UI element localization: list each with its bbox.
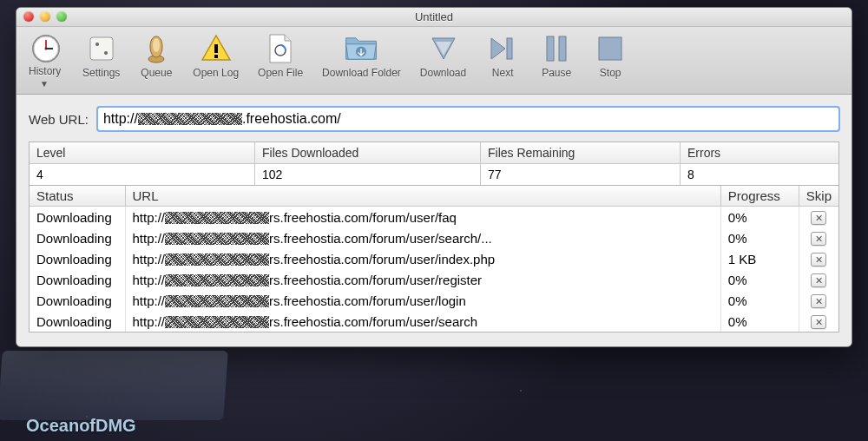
pause-label: Pause [542, 67, 571, 79]
download-button[interactable]: Download [420, 32, 466, 89]
table-row[interactable]: Downloadinghttp://rs.freehostia.com/foru… [30, 269, 838, 290]
obscured-text [165, 212, 269, 224]
cell-url: http://rs.freehostia.com/forum/user/inde… [125, 248, 720, 269]
obscured-text [165, 274, 269, 286]
titlebar[interactable]: Untitled [16, 8, 852, 27]
table-row[interactable]: Downloadinghttp://rs.freehostia.com/foru… [30, 311, 838, 332]
svg-rect-15 [547, 36, 554, 61]
svg-point-6 [95, 43, 99, 46]
queue-label: Queue [141, 67, 172, 79]
cell-status: Downloading [30, 227, 125, 248]
table-row[interactable]: Downloadinghttp://rs.freehostia.com/foru… [30, 227, 838, 248]
file-icon [263, 32, 298, 65]
download-icon [426, 32, 461, 65]
col-url[interactable]: URL [125, 186, 720, 207]
cell-url: http://rs.freehostia.com/forum/user/sear… [125, 311, 720, 332]
cell-status: Downloading [30, 311, 125, 332]
download-folder-button[interactable]: Download Folder [322, 32, 401, 89]
download-folder-label: Download Folder [322, 67, 401, 79]
cell-skip: ✕ [799, 248, 838, 269]
svg-point-9 [153, 38, 160, 52]
stats-header-filesdl[interactable]: Files Downloaded [255, 142, 481, 164]
skip-button[interactable]: ✕ [811, 253, 826, 267]
col-status[interactable]: Status [30, 186, 125, 207]
download-label: Download [420, 67, 466, 79]
obscured-text [165, 253, 269, 266]
cell-progress: 0% [720, 311, 799, 332]
close-button[interactable] [23, 11, 34, 22]
table-row[interactable]: Downloadinghttp://rs.freehostia.com/foru… [30, 248, 838, 269]
col-progress[interactable]: Progress [720, 186, 799, 207]
stats-header-filesrem[interactable]: Files Remaining [481, 142, 681, 164]
obscured-text [138, 113, 242, 125]
url-suffix: .freehostia.com/ [242, 111, 341, 127]
minimize-button[interactable] [40, 11, 50, 22]
cell-skip: ✕ [799, 311, 838, 332]
svg-rect-10 [214, 44, 218, 53]
cell-status: Downloading [30, 269, 125, 290]
cell-status: Downloading [30, 248, 125, 269]
url-input[interactable]: http:// .freehostia.com/ [97, 107, 839, 131]
cell-progress: 1 KB [720, 248, 799, 269]
next-icon [485, 32, 520, 65]
cell-progress: 0% [720, 269, 799, 290]
openlog-label: Open Log [193, 67, 239, 79]
skip-button[interactable]: ✕ [811, 211, 826, 225]
settings-label: Settings [82, 67, 120, 79]
chevron-down-icon[interactable]: ▼ [40, 79, 49, 89]
watermark-text: OceanofDMG [26, 416, 136, 436]
history-label: History [29, 65, 63, 77]
pause-icon [539, 32, 574, 65]
warning-icon [199, 32, 233, 65]
queue-icon [139, 32, 174, 65]
cell-skip: ✕ [799, 207, 838, 228]
table-row[interactable]: Downloadinghttp://rs.freehostia.com/foru… [30, 290, 838, 311]
stats-table: Level Files Downloaded Files Remaining E… [29, 142, 839, 186]
cell-progress: 0% [720, 227, 799, 248]
skip-button[interactable]: ✕ [811, 273, 826, 287]
switch-icon [84, 32, 119, 65]
svg-rect-17 [599, 37, 621, 60]
stop-label: Stop [600, 67, 621, 79]
openlog-button[interactable]: Open Log [193, 32, 239, 89]
content-area: Web URL: http:// .freehostia.com/ Level … [16, 95, 852, 346]
col-skip[interactable]: Skip [799, 186, 838, 207]
svg-point-7 [104, 51, 108, 55]
history-button[interactable]: History ▼ [29, 32, 63, 89]
table-row[interactable]: Downloadinghttp://rs.freehostia.com/foru… [30, 207, 838, 228]
obscured-text [165, 316, 269, 328]
skip-button[interactable]: ✕ [811, 315, 826, 329]
folder-icon [344, 32, 378, 65]
queue-button[interactable]: Queue [139, 32, 174, 89]
svg-point-4 [45, 48, 48, 50]
cell-url: http://rs.freehostia.com/forum/user/sear… [125, 227, 720, 248]
cell-skip: ✕ [799, 290, 838, 311]
next-button[interactable]: Next [485, 32, 520, 89]
obscured-text [165, 233, 269, 245]
svg-rect-5 [90, 37, 113, 60]
stats-header-level[interactable]: Level [30, 142, 255, 164]
next-label: Next [492, 67, 514, 79]
cell-progress: 0% [720, 207, 799, 228]
skip-button[interactable]: ✕ [811, 232, 826, 246]
cell-url: http://rs.freehostia.com/forum/user/faq [125, 207, 720, 228]
cell-skip: ✕ [799, 269, 838, 290]
skip-button[interactable]: ✕ [811, 294, 826, 308]
svg-rect-14 [507, 38, 512, 59]
openfile-button[interactable]: Open File [258, 32, 303, 89]
app-window: Untitled History ▼ Settings Queue [16, 7, 852, 347]
zoom-button[interactable] [56, 11, 67, 22]
window-title: Untitled [415, 10, 453, 23]
settings-button[interactable]: Settings [82, 32, 120, 89]
svg-rect-16 [559, 36, 566, 61]
stop-button[interactable]: Stop [593, 32, 628, 89]
cell-progress: 0% [720, 290, 799, 311]
cell-status: Downloading [30, 207, 125, 228]
pause-button[interactable]: Pause [539, 32, 574, 89]
clock-icon [29, 32, 63, 65]
stop-icon [593, 32, 628, 65]
downloads-table: Status URL Progress Skip Downloadinghttp… [29, 186, 839, 332]
url-prefix: http:// [103, 111, 138, 127]
cell-status: Downloading [30, 290, 125, 311]
stats-header-errors[interactable]: Errors [681, 142, 838, 164]
